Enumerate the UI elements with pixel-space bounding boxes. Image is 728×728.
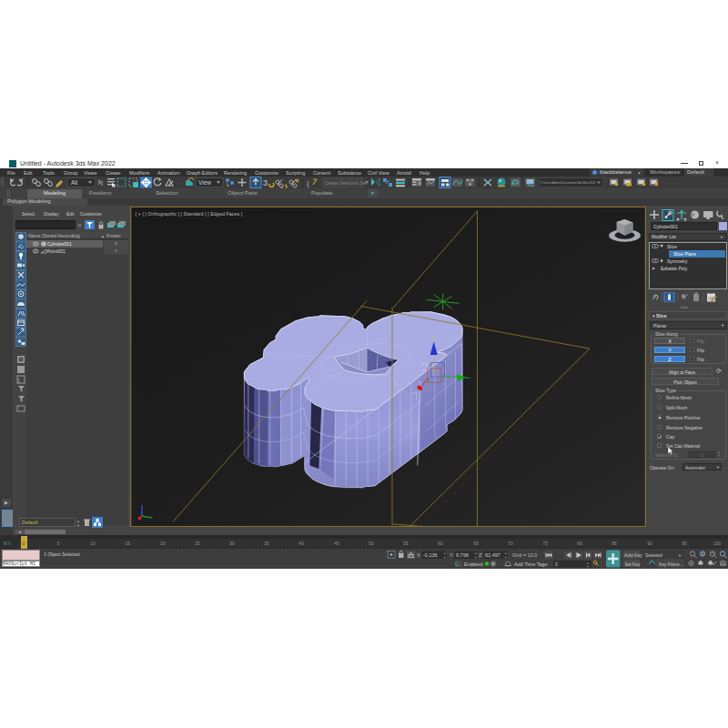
- svg-text:All: All: [71, 179, 78, 186]
- svg-text:-0,136: -0,136: [423, 552, 438, 558]
- svg-text:15: 15: [125, 541, 130, 546]
- svg-text:62,497: 62,497: [485, 552, 500, 558]
- svg-text:X:: X:: [417, 552, 422, 558]
- svg-text:▲: ▲: [443, 551, 446, 555]
- svg-text:◄: ◄: [543, 561, 548, 567]
- svg-text:▲: ▲: [474, 551, 477, 555]
- svg-text:Create Selection Set: Create Selection Set: [325, 180, 367, 186]
- svg-text:90: 90: [647, 541, 652, 546]
- svg-text:Z:: Z:: [479, 552, 483, 558]
- svg-text:20: 20: [160, 541, 166, 546]
- svg-text:75: 75: [542, 541, 548, 546]
- svg-text:70: 70: [508, 541, 513, 546]
- svg-text:Set Key: Set Key: [625, 562, 641, 567]
- svg-text:▼: ▼: [443, 556, 446, 560]
- svg-text:C:\Users\Admin\Documents\3ds M: C:\Users\Admin\Documents\3ds Max 2022: [541, 180, 596, 185]
- svg-text:25: 25: [195, 541, 200, 546]
- svg-text:40: 40: [298, 541, 304, 546]
- svg-text:10: 10: [90, 541, 96, 546]
- svg-text:55: 55: [403, 541, 409, 546]
- svg-text:3: 3: [263, 178, 268, 187]
- svg-text:View: View: [198, 179, 211, 186]
- svg-text:0: 0: [23, 541, 25, 546]
- svg-text:5: 5: [57, 541, 60, 546]
- svg-text:95: 95: [682, 541, 687, 546]
- svg-text:[: [: [18, 378, 20, 383]
- svg-text:30: 30: [229, 541, 235, 546]
- svg-text:Grid = 10,0: Grid = 10,0: [512, 552, 537, 558]
- svg-text:▼: ▼: [504, 556, 507, 560]
- svg-text:35: 35: [264, 541, 269, 546]
- svg-text:60: 60: [438, 541, 443, 546]
- svg-text:85: 85: [612, 541, 617, 546]
- svg-text:Enabled:: Enabled:: [464, 561, 484, 567]
- svg-text:45: 45: [334, 541, 339, 546]
- svg-text:Add Time Tag: Add Time Tag: [514, 561, 545, 567]
- svg-text:▼: ▼: [586, 565, 589, 569]
- svg-text:Auto Key: Auto Key: [624, 553, 642, 558]
- svg-text:[ + ] [ Orthographic ] [ Stand: [ + ] [ Orthographic ] [ Standard ] [ Ed…: [136, 211, 243, 217]
- svg-text:65: 65: [473, 541, 479, 546]
- svg-text:100: 100: [713, 541, 721, 546]
- svg-text:▼: ▼: [678, 553, 682, 558]
- svg-text:50: 50: [369, 541, 374, 546]
- svg-text:0: 0: [555, 561, 558, 567]
- svg-text:Y:: Y:: [450, 552, 454, 558]
- svg-text:9,798: 9,798: [456, 552, 469, 558]
- svg-text:80: 80: [577, 541, 582, 546]
- svg-text:{: {: [307, 179, 309, 187]
- svg-text:▼: ▼: [474, 556, 477, 560]
- svg-text:▲: ▲: [504, 551, 507, 555]
- svg-text:Selected: Selected: [645, 553, 662, 558]
- svg-text:Key Filters ...: Key Filters ...: [659, 562, 684, 567]
